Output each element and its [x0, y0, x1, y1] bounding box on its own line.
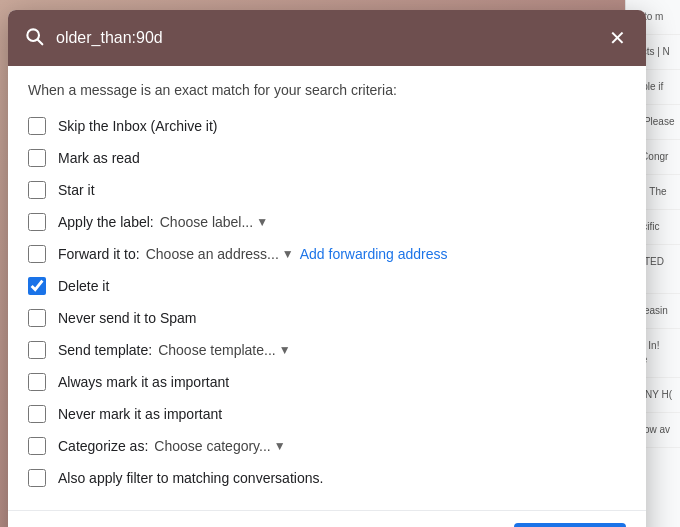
options-list: Skip the Inbox (Archive it) Mark as read…	[8, 110, 646, 510]
dialog-footer: ? Learn more Create filter	[8, 510, 646, 527]
checkbox-always-important[interactable]	[28, 373, 46, 391]
checkbox-mark-as-read[interactable]	[28, 149, 46, 167]
checkbox-star-it[interactable]	[28, 181, 46, 199]
checkbox-input-never-spam[interactable]	[28, 309, 46, 327]
label-apply-label: Apply the label: Choose label... ▼	[58, 214, 268, 230]
close-button[interactable]: ✕	[605, 24, 630, 52]
checkbox-apply-label[interactable]	[28, 213, 46, 231]
choose-address-text: Choose an address...	[146, 246, 279, 262]
checkbox-input-send-template[interactable]	[28, 341, 46, 359]
categorize-text: Categorize as:	[58, 438, 148, 454]
apply-label-text: Apply the label:	[58, 214, 154, 230]
dialog-subtitle: When a message is an exact match for you…	[8, 66, 646, 110]
dialog-body: When a message is an exact match for you…	[8, 66, 646, 510]
filter-dialog: ✕ When a message is an exact match for y…	[8, 10, 646, 527]
label-forward-to: Forward it to: Choose an address... ▼ Ad…	[58, 246, 448, 262]
option-never-spam: Never send it to Spam	[28, 302, 626, 334]
checkbox-input-delete-it[interactable]	[28, 277, 46, 295]
choose-category-dropdown[interactable]: Choose category... ▼	[154, 438, 285, 454]
checkbox-never-spam[interactable]	[28, 309, 46, 327]
add-forwarding-link[interactable]: Add forwarding address	[300, 246, 448, 262]
svg-line-1	[38, 39, 43, 44]
option-never-important: Never mark it as important	[28, 398, 626, 430]
checkbox-delete-it[interactable]	[28, 277, 46, 295]
label-categorize: Categorize as: Choose category... ▼	[58, 438, 286, 454]
checkbox-also-apply[interactable]	[28, 469, 46, 487]
checkbox-input-also-apply[interactable]	[28, 469, 46, 487]
dropdown-arrow-label: ▼	[256, 215, 268, 229]
label-send-template: Send template: Choose template... ▼	[58, 342, 291, 358]
option-send-template: Send template: Choose template... ▼	[28, 334, 626, 366]
checkbox-input-star-it[interactable]	[28, 181, 46, 199]
forward-to-text: Forward it to:	[58, 246, 140, 262]
label-always-important: Always mark it as important	[58, 374, 229, 390]
checkbox-skip-inbox[interactable]	[28, 117, 46, 135]
create-filter-button[interactable]: Create filter	[514, 523, 626, 527]
send-template-text: Send template:	[58, 342, 152, 358]
search-icon	[24, 26, 44, 51]
option-delete-it: Delete it	[28, 270, 626, 302]
checkbox-input-never-important[interactable]	[28, 405, 46, 423]
search-input[interactable]	[56, 29, 593, 47]
checkbox-categorize[interactable]	[28, 437, 46, 455]
checkbox-input-apply-label[interactable]	[28, 213, 46, 231]
label-delete-it: Delete it	[58, 278, 109, 294]
label-also-apply: Also apply filter to matching conversati…	[58, 470, 323, 486]
checkbox-input-categorize[interactable]	[28, 437, 46, 455]
option-skip-inbox: Skip the Inbox (Archive it)	[28, 110, 626, 142]
option-mark-as-read: Mark as read	[28, 142, 626, 174]
option-categorize: Categorize as: Choose category... ▼	[28, 430, 626, 462]
label-never-important: Never mark it as important	[58, 406, 222, 422]
choose-template-dropdown[interactable]: Choose template... ▼	[158, 342, 290, 358]
dropdown-arrow-address: ▼	[282, 247, 294, 261]
checkbox-forward-to[interactable]	[28, 245, 46, 263]
label-mark-as-read: Mark as read	[58, 150, 140, 166]
option-apply-label: Apply the label: Choose label... ▼	[28, 206, 626, 238]
checkbox-send-template[interactable]	[28, 341, 46, 359]
option-star-it: Star it	[28, 174, 626, 206]
option-forward-to: Forward it to: Choose an address... ▼ Ad…	[28, 238, 626, 270]
checkbox-input-always-important[interactable]	[28, 373, 46, 391]
option-also-apply: Also apply filter to matching conversati…	[28, 462, 626, 494]
search-bar: ✕	[8, 10, 646, 66]
checkbox-input-mark-as-read[interactable]	[28, 149, 46, 167]
checkbox-never-important[interactable]	[28, 405, 46, 423]
choose-label-text: Choose label...	[160, 214, 253, 230]
checkbox-input-skip-inbox[interactable]	[28, 117, 46, 135]
choose-label-dropdown[interactable]: Choose label... ▼	[160, 214, 268, 230]
dropdown-arrow-category: ▼	[274, 439, 286, 453]
checkbox-input-forward-to[interactable]	[28, 245, 46, 263]
option-always-important: Always mark it as important	[28, 366, 626, 398]
label-never-spam: Never send it to Spam	[58, 310, 197, 326]
choose-category-text: Choose category...	[154, 438, 270, 454]
choose-template-text: Choose template...	[158, 342, 276, 358]
label-star-it: Star it	[58, 182, 95, 198]
dropdown-arrow-template: ▼	[279, 343, 291, 357]
label-skip-inbox: Skip the Inbox (Archive it)	[58, 118, 218, 134]
choose-address-dropdown[interactable]: Choose an address... ▼	[146, 246, 294, 262]
